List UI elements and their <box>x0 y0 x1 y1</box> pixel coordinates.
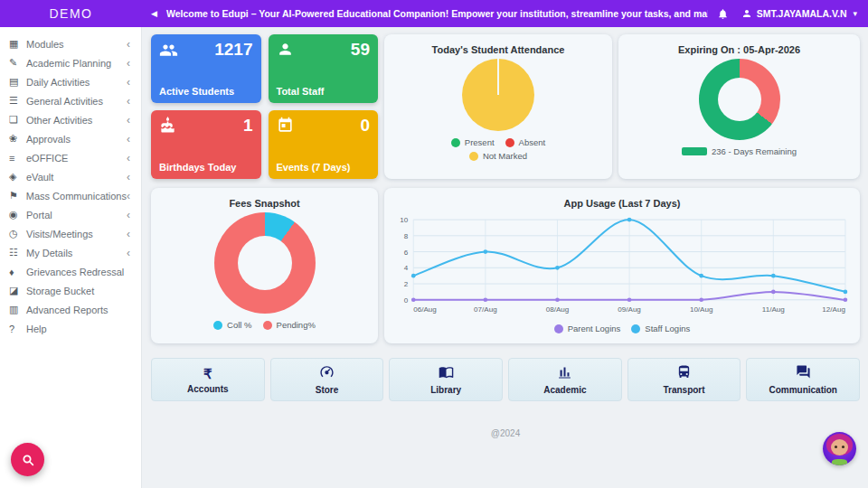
assistant-avatar[interactable] <box>823 432 856 465</box>
chevron-left-icon: ‹ <box>127 96 130 107</box>
shortcut-store[interactable]: Store <box>270 358 384 401</box>
store-icon <box>319 364 335 383</box>
avatar-eye <box>842 446 844 448</box>
sidebar-item-storage-bucket[interactable]: ◪Storage Bucket <box>0 281 141 300</box>
sidebar-item-label: Portal <box>26 210 127 221</box>
svg-text:08/Aug: 08/Aug <box>546 305 570 314</box>
svg-text:07/Aug: 07/Aug <box>474 305 497 314</box>
legend-item: Staff Logins <box>631 324 690 333</box>
library-icon <box>439 364 454 383</box>
stat-card-birthday[interactable]: 1Birthdays Today <box>151 110 261 179</box>
sidebar-item-grievances-redressal[interactable]: ♦Grievances Redressal <box>0 262 141 281</box>
avatar-face <box>831 439 848 455</box>
stat-label: Total Staff <box>277 86 325 97</box>
search-fab-button[interactable] <box>11 443 44 476</box>
legend-item: Coll % <box>213 320 251 330</box>
sidebar-item-academic-planning[interactable]: ✎Academic Planning‹ <box>0 53 141 72</box>
sidebar-item-advanced-reports[interactable]: ▥Advanced Reports <box>0 300 141 319</box>
other-activities-icon: ❏ <box>9 114 26 126</box>
sidebar-item-daily-activities[interactable]: ▤Daily Activities‹ <box>0 72 141 91</box>
fees-card: Fees Snapshot Coll %Pending% <box>151 188 378 343</box>
portal-icon: ◉ <box>9 209 26 221</box>
sidebar-item-approvals[interactable]: ❀Approvals‹ <box>0 129 141 148</box>
sidebar-item-label: Storage Bucket <box>26 286 130 296</box>
user-menu[interactable]: SMT.JAYAMALA.V.N ▾ <box>741 8 857 19</box>
stat-value: 0 <box>360 116 370 136</box>
avatar-eye <box>835 446 837 448</box>
legend-item: Parent Logins <box>554 324 621 333</box>
birthday-icon <box>159 121 176 136</box>
sidebar-item-help[interactable]: ?Help <box>0 319 141 338</box>
svg-text:8: 8 <box>404 232 409 240</box>
sidebar-item-other-activities[interactable]: ❏Other Activities‹ <box>0 110 141 129</box>
shortcut-row: ₹AccountsStoreLibraryAcademicTransportCo… <box>151 358 860 401</box>
svg-text:06/Aug: 06/Aug <box>413 305 437 314</box>
my-details-icon: ☷ <box>9 247 26 258</box>
shortcut-label: Library <box>430 385 461 395</box>
sidebar-item-label: Mass Communications <box>26 191 127 202</box>
sidebar-item-evault[interactable]: ◈eVault‹ <box>0 167 141 186</box>
chevron-left-icon: ‹ <box>127 39 130 50</box>
attendance-title: Today's Student Attendance <box>392 44 605 55</box>
chevron-left-icon: ‹ <box>127 172 130 183</box>
sidebar-item-label: Other Activities <box>26 115 127 126</box>
mass-communications-icon: ⚑ <box>9 190 26 202</box>
stat-card-events[interactable]: 0Events (7 Days) <box>269 110 379 179</box>
bell-icon <box>717 8 729 20</box>
transport-icon <box>676 364 692 383</box>
sidebar-item-label: Advanced Reports <box>26 305 130 315</box>
donut-hole <box>238 236 292 290</box>
approvals-icon: ❀ <box>9 133 26 145</box>
sidebar-menu: ▦Modules‹✎Academic Planning‹▤Daily Activ… <box>0 34 141 338</box>
footer-copyright: @2024 <box>151 428 860 438</box>
top-bar: DEMO ◀ Welcome to Edupi – Your AI-Powere… <box>0 0 868 27</box>
sidebar-item-mass-communications[interactable]: ⚑Mass Communications‹ <box>0 186 141 205</box>
grievances-redressal-icon: ♦ <box>9 267 26 277</box>
academic-icon <box>557 364 572 383</box>
expiring-donut-chart <box>699 59 780 140</box>
svg-text:10: 10 <box>400 216 408 224</box>
stat-label: Active Students <box>159 86 234 97</box>
svg-text:10/Aug: 10/Aug <box>690 305 713 314</box>
stat-card-staff[interactable]: 59Total Staff <box>269 34 379 103</box>
sidebar-item-modules[interactable]: ▦Modules‹ <box>0 34 141 53</box>
brand-logo: DEMO <box>0 6 142 21</box>
modules-icon: ▦ <box>9 38 26 50</box>
sidebar-item-eoffice[interactable]: ≡eOFFICE‹ <box>0 148 141 167</box>
shortcut-label: Accounts <box>187 384 229 394</box>
sidebar-item-portal[interactable]: ◉Portal‹ <box>0 205 141 224</box>
expiring-card: Expiring On : 05-Apr-2026 236 - Days Rem… <box>618 34 860 179</box>
sidebar-item-visits-meetings[interactable]: ◷Visits/Meetings‹ <box>0 224 141 243</box>
user-name: SMT.JAYAMALA.V.N <box>757 8 847 19</box>
chevron-left-icon: ‹ <box>127 248 130 258</box>
advanced-reports-icon: ▥ <box>9 304 26 315</box>
sidebar-item-label: Help <box>26 324 130 334</box>
shortcut-transport[interactable]: Transport <box>627 358 741 401</box>
sidebar-item-label: Modules <box>26 39 127 50</box>
notifications-button[interactable] <box>717 8 729 20</box>
shortcut-library[interactable]: Library <box>389 358 503 401</box>
sidebar-item-label: eVault <box>26 172 127 183</box>
sidebar-item-label: My Details <box>26 248 127 258</box>
chevron-left-icon: ‹ <box>127 115 130 126</box>
shortcut-academic[interactable]: Academic <box>508 358 622 401</box>
sidebar-item-general-activities[interactable]: ☰General Activities‹ <box>0 91 141 110</box>
svg-text:09/Aug: 09/Aug <box>618 305 641 314</box>
sidebar-item-label: General Activities <box>26 96 127 107</box>
legend-item: 236 - Days Remaining <box>682 146 797 156</box>
stat-label: Events (7 Days) <box>277 162 351 173</box>
attendance-card: Today's Student Attendance PresentAbsent… <box>384 34 612 179</box>
general-activities-icon: ☰ <box>9 95 26 107</box>
expiring-legend: 236 - Days Remaining <box>626 146 853 156</box>
shortcut-communication[interactable]: Communication <box>746 358 860 401</box>
sidebar-item-my-details[interactable]: ☷My Details‹ <box>0 243 141 262</box>
marquee-text: Welcome to Edupi – Your AI-Powered Educa… <box>166 8 708 19</box>
shortcut-label: Communication <box>769 385 837 395</box>
rupee-icon: ₹ <box>203 366 212 382</box>
stat-card-students[interactable]: 1217Active Students <box>151 34 261 103</box>
stat-value: 59 <box>351 40 370 60</box>
shortcut-accounts[interactable]: ₹Accounts <box>151 358 265 401</box>
chevron-down-icon: ▾ <box>853 9 857 18</box>
svg-text:11/Aug: 11/Aug <box>762 305 785 314</box>
expiring-title: Expiring On : 05-Apr-2026 <box>626 44 853 55</box>
